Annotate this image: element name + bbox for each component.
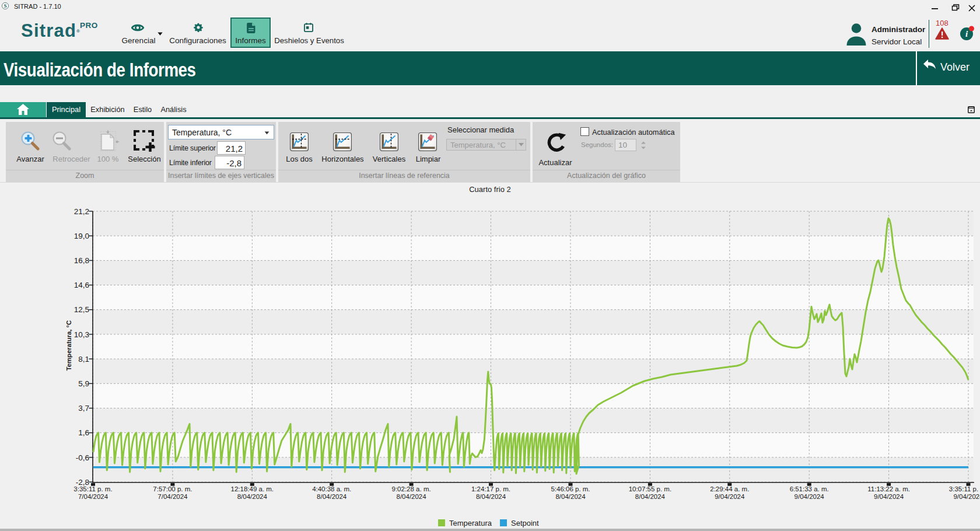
svg-text:Temperatura, °C: Temperatura, °C [65, 320, 72, 371]
svg-text:19,0: 19,0 [74, 232, 89, 240]
svg-text:6:51:33 a. m.: 6:51:33 a. m. [790, 485, 829, 492]
svg-text:8/04/2024: 8/04/2024 [635, 493, 666, 500]
svg-text:21,2: 21,2 [74, 207, 89, 216]
svg-text:9:02:28 a. m.: 9:02:28 a. m. [392, 485, 431, 492]
svg-text:8/04/2024: 8/04/2024 [476, 493, 506, 500]
svg-text:8/04/2024: 8/04/2024 [397, 493, 427, 500]
svg-text:Temperatura: Temperatura [449, 519, 492, 527]
svg-text:10,3: 10,3 [74, 330, 89, 339]
svg-text:9/04/2024: 9/04/2024 [794, 493, 825, 500]
svg-text:Setpoint: Setpoint [511, 519, 539, 527]
svg-text:14,6: 14,6 [74, 281, 89, 289]
svg-text:12:18:49 a. m.: 12:18:49 a. m. [231, 485, 274, 492]
svg-text:S: S [4, 3, 6, 9]
svg-text:3:35:11 p. m.: 3:35:11 p. m. [949, 485, 980, 492]
svg-text:7:57:00 p. m.: 7:57:00 p. m. [153, 485, 192, 492]
svg-text:-0,6: -0,6 [76, 453, 89, 462]
svg-text:2:29:44 a. m.: 2:29:44 a. m. [710, 485, 749, 492]
svg-text:1,6: 1,6 [78, 428, 89, 437]
svg-text:9/04/2024: 9/04/2024 [953, 493, 980, 500]
svg-text:16,8: 16,8 [74, 256, 89, 265]
svg-text:7/04/2024: 7/04/2024 [78, 493, 108, 500]
svg-text:7/04/2024: 7/04/2024 [158, 493, 188, 500]
svg-text:1:24:17 p. m.: 1:24:17 p. m. [471, 485, 510, 492]
svg-text:3,7: 3,7 [78, 404, 89, 413]
svg-text:8/04/2024: 8/04/2024 [555, 493, 586, 500]
svg-text:10:07:55 p. m.: 10:07:55 p. m. [629, 485, 672, 492]
svg-text:3:35:11 p. m.: 3:35:11 p. m. [74, 485, 112, 492]
svg-text:9/04/2024: 9/04/2024 [874, 493, 904, 500]
svg-text:5,9: 5,9 [78, 379, 89, 388]
svg-text:4:40:38 a. m.: 4:40:38 a. m. [312, 485, 351, 492]
svg-text:11:13:22 a. m.: 11:13:22 a. m. [867, 485, 910, 492]
svg-text:5:46:06 p. m.: 5:46:06 p. m. [551, 485, 590, 492]
svg-text:8/04/2024: 8/04/2024 [237, 493, 268, 500]
svg-text:12,5: 12,5 [74, 305, 89, 314]
svg-text:8,1: 8,1 [78, 355, 89, 364]
svg-text:9/04/2024: 9/04/2024 [715, 493, 745, 500]
svg-text:8/04/2024: 8/04/2024 [317, 493, 347, 500]
